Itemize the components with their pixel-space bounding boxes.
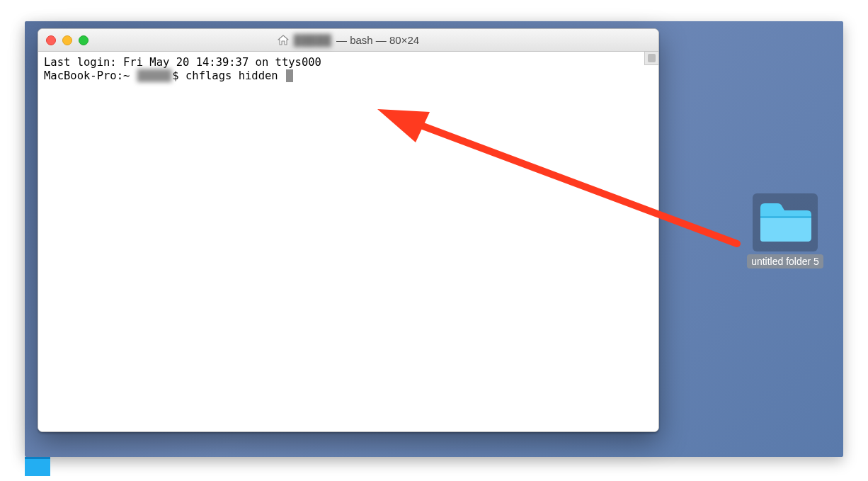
desktop-folder-item[interactable]: untitled folder 5 [744, 193, 826, 268]
terminal-cursor [286, 69, 293, 82]
dock-edge [25, 457, 50, 476]
terminal-body[interactable]: Last login: Fri May 20 14:39:37 on ttys0… [38, 52, 658, 431]
scrollbar-thumb[interactable] [644, 52, 658, 65]
title-suffix: — bash — 80×24 [336, 34, 419, 46]
svg-rect-0 [760, 216, 811, 218]
folder-label: untitled folder 5 [747, 254, 823, 268]
prompt-username-blurred: █████ [137, 69, 173, 82]
terminal-command: chflags hidden [185, 69, 285, 82]
close-button[interactable] [46, 35, 56, 45]
home-icon [278, 35, 289, 45]
mac-desktop[interactable]: █████ — bash — 80×24 Last login: Fri May… [25, 21, 843, 457]
window-titlebar[interactable]: █████ — bash — 80×24 [38, 29, 658, 52]
terminal-line-last-login: Last login: Fri May 20 14:39:37 on ttys0… [44, 56, 321, 69]
folder-icon[interactable] [753, 193, 818, 251]
window-title: █████ — bash — 80×24 [38, 34, 658, 46]
prompt-sigil: $ [172, 69, 185, 82]
zoom-button[interactable] [79, 35, 88, 45]
traffic-lights [38, 35, 88, 45]
prompt-host: MacBook-Pro:~ [44, 69, 137, 82]
terminal-window[interactable]: █████ — bash — 80×24 Last login: Fri May… [38, 28, 659, 432]
title-username-blurred: █████ [294, 34, 331, 46]
minimize-button[interactable] [62, 35, 72, 45]
